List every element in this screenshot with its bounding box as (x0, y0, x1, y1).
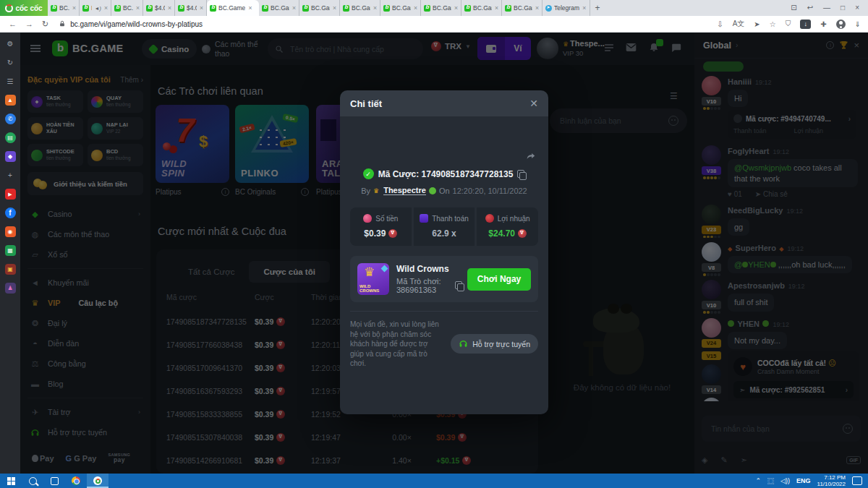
browser-tab[interactable]: BC.Game (259, 0, 299, 16)
tab-audio-icon[interactable] (94, 6, 101, 11)
pixel-app-icon[interactable]: ♟ (5, 283, 16, 294)
tab-close-icon[interactable] (168, 4, 171, 12)
reddit-icon[interactable]: ◉ (5, 226, 16, 237)
forward-icon[interactable]: → (25, 20, 33, 28)
copy-icon[interactable] (517, 170, 525, 179)
sheets-icon[interactable]: ▦ (5, 245, 16, 256)
browser-tab[interactable]: BC.Game (380, 0, 421, 16)
tab-close-icon[interactable] (104, 4, 108, 12)
player-name[interactable]: Thespectre (383, 186, 426, 195)
new-tab-button[interactable] (590, 0, 605, 16)
history-icon[interactable]: ↻ (5, 57, 16, 68)
browser-tab[interactable]: BC.Game (299, 0, 340, 16)
messenger-icon[interactable]: ✆ (5, 114, 16, 124)
tab-close-icon[interactable] (248, 4, 252, 12)
browser-tab[interactable]: BC.Game (340, 0, 380, 16)
bcgame-favicon (464, 5, 471, 12)
adblock-shield-icon[interactable]: ⛉ (786, 20, 791, 28)
wild-crowns-thumbnail[interactable]: ♛ WILD CROWNS (357, 263, 389, 295)
browser-tab[interactable]: $4.000 T (143, 0, 175, 16)
translate-icon[interactable]: A文 (733, 19, 745, 29)
system-tray: ⌃ ⿴ ◁)) ENG 7:12 PM 11/10/2022 (756, 474, 868, 487)
add-shortcut-icon[interactable]: + (5, 170, 16, 181)
tab-close-icon[interactable] (292, 4, 296, 12)
reading-list-icon[interactable]: ☰ (5, 76, 16, 87)
browser-tab[interactable]: BC.Game (421, 0, 461, 16)
tray-expand-icon[interactable]: ⌃ (756, 477, 762, 484)
browser-tab[interactable]: BC.Game (48, 0, 80, 16)
game-rom-icon[interactable]: ▣ (5, 264, 16, 275)
language-indicator[interactable]: ENG (796, 477, 811, 484)
tab-close-icon[interactable] (582, 4, 586, 12)
maximize-button[interactable]: □ (841, 4, 845, 12)
coccoc-brand-text: cốc cốc (15, 4, 42, 12)
hot-trends-icon[interactable]: ▲ (5, 95, 16, 106)
games-icon[interactable]: ◆ (5, 151, 16, 162)
extensions-puzzle-icon[interactable]: ✚ (820, 20, 826, 28)
back-icon[interactable]: ← (9, 20, 17, 28)
play-now-button[interactable]: Chơi Ngay (467, 268, 531, 291)
save-page-icon[interactable]: ⇩ (717, 20, 723, 28)
tab-close-icon[interactable] (454, 4, 458, 12)
tab-close-icon[interactable] (136, 4, 140, 12)
browser-shortcut-icon[interactable]: ↩ (807, 4, 813, 12)
bet-stats: Số tiền $0.39 Thanh toán 62.9 x Lợi nhuậ… (350, 207, 538, 246)
youtube-icon[interactable]: ▶ (5, 189, 16, 200)
windows-taskbar: ⌃ ⿴ ◁)) ENG 7:12 PM 11/10/2022 (0, 474, 868, 488)
copy-icon[interactable] (455, 281, 460, 290)
download-manager-icon[interactable]: ↓ (800, 20, 811, 29)
modal-close-icon[interactable]: ✕ (529, 98, 538, 109)
task-view-icon[interactable] (43, 474, 65, 488)
close-button[interactable]: × (855, 4, 859, 12)
url-box[interactable]: bc.game/vi/game/wild-crowns-by-platipus (59, 18, 717, 30)
coccoc-logo[interactable]: cốc cốc (0, 0, 48, 16)
chrome-taskbar-icon[interactable] (65, 474, 87, 488)
tab-close-icon[interactable] (495, 4, 498, 12)
share-icon[interactable]: ➤ (754, 20, 760, 28)
facebook-icon[interactable]: f (5, 207, 16, 218)
address-bar: ← → ↻ bc.game/vi/game/wild-crowns-by-pla… (0, 16, 868, 33)
browser-tab[interactable]: BC.Game (461, 0, 502, 16)
bcgame-favicon (210, 5, 216, 12)
volume-icon[interactable]: ◁)) (780, 477, 790, 484)
minimize-button[interactable]: — (823, 4, 830, 12)
downloads-icon[interactable]: ⇓ (855, 20, 861, 28)
tab-close-icon[interactable] (72, 4, 76, 12)
browser-profile-avatar[interactable] (836, 20, 846, 29)
tab-close-icon[interactable] (333, 4, 336, 12)
chart-app-icon[interactable]: ▤ (5, 132, 16, 143)
taskbar-clock[interactable]: 7:12 PM 11/10/2022 (817, 474, 846, 487)
bookmark-star-icon[interactable]: ☆ (770, 20, 776, 28)
browser-tab[interactable]: BC.Game (111, 0, 143, 16)
browser-tab[interactable]: $4.000 T (175, 0, 207, 16)
tab-close-icon[interactable] (373, 4, 377, 12)
bcgame-favicon (114, 5, 121, 12)
support-row: Mọi vấn đề, xin vui lòng liên hệ với bộ … (350, 311, 538, 369)
live-support-button[interactable]: Hỗ trợ trực tuyến (451, 334, 538, 354)
gem-icon (381, 265, 388, 273)
tab-close-icon[interactable] (200, 4, 203, 12)
start-button[interactable] (0, 474, 22, 488)
screen: cốc cốc BC.Game BC.G BC.Game $4.000 T $4… (0, 0, 868, 488)
share-bet-icon[interactable] (525, 151, 537, 161)
taskbar-search-icon[interactable] (22, 474, 43, 488)
modal-header: Chi tiết ✕ (340, 90, 548, 116)
browser-tab-active[interactable]: BC.Game (207, 0, 259, 16)
amount-icon (363, 214, 372, 223)
verified-check-icon: ✓ (363, 168, 374, 179)
reload-icon[interactable]: ↻ (42, 20, 48, 29)
tab-close-icon[interactable] (414, 4, 417, 12)
modal-body: ✓ Mã Cược: 1749085187347728135 By ♛ Thes… (340, 116, 548, 414)
browser-tab-telegram[interactable]: Telegram (542, 0, 590, 16)
action-center-icon[interactable] (852, 476, 862, 485)
window-controls: ⊡ ↩ — □ × (782, 0, 868, 16)
network-icon[interactable]: ⿴ (767, 476, 774, 486)
coccoc-logo-icon (5, 4, 13, 12)
bcgame-favicon (262, 5, 268, 12)
coccoc-taskbar-icon[interactable] (87, 474, 109, 488)
browser-tab[interactable]: BC.G (80, 0, 111, 16)
browser-tab[interactable]: BC.Game (502, 0, 542, 16)
settings-gear-icon[interactable]: ⚙ (5, 38, 16, 49)
tab-close-icon[interactable] (535, 4, 539, 12)
tab-search-icon[interactable]: ⊡ (791, 4, 796, 12)
